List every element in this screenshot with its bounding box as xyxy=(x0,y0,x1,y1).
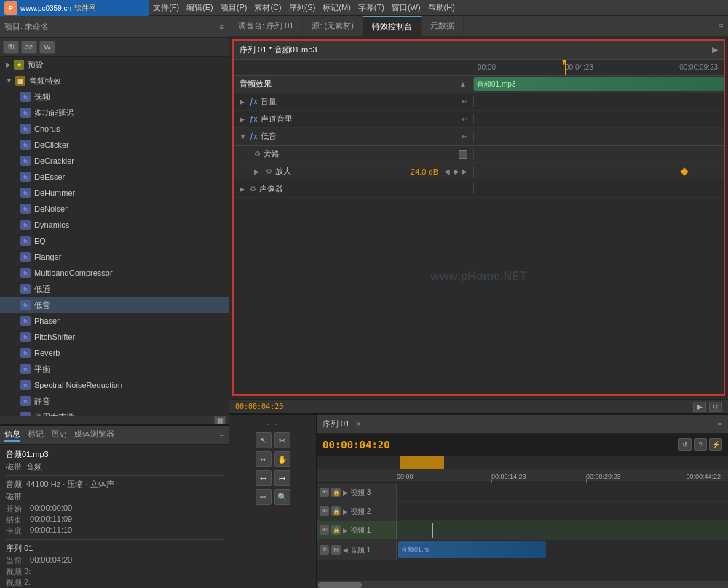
time-marker: 00:04:23 xyxy=(565,63,593,71)
fx-row-channel-label: 声道音里 xyxy=(261,114,293,124)
effect-dehummer[interactable]: fx DeHummer xyxy=(0,185,229,201)
tab-effects-control[interactable]: 特效控制台 xyxy=(363,16,422,36)
track-eye-a1[interactable]: 👁 xyxy=(320,545,329,555)
menu-material[interactable]: 素材(C) xyxy=(254,2,281,13)
tool-hand[interactable]: ✋ xyxy=(274,451,290,467)
left-panel-header: 项目: 未命名 ≡ xyxy=(0,16,229,38)
menu-mark[interactable]: 标记(M) xyxy=(323,2,351,13)
timeline-ctrl-3[interactable]: ⚡ xyxy=(709,438,722,451)
audio-effects-category[interactable]: ▼ ▦ 音频特效 xyxy=(0,73,229,89)
effect-reverb[interactable]: fx Reverb xyxy=(0,345,229,361)
tab-metadata[interactable]: 元数据 xyxy=(422,16,464,36)
effect-dynamics[interactable]: fx Dynamics xyxy=(0,217,229,233)
preset-item[interactable]: ▶ ★ 预设 xyxy=(0,57,229,73)
effect-label: EQ xyxy=(34,237,46,245)
effects-tree-scrollbar[interactable]: ▶ ★ 预设 ▼ ▦ 音频特效 fx 选频 fx 多功能 xyxy=(0,57,229,416)
toolbar-btn-1[interactable]: 图 xyxy=(3,41,19,54)
track-mute-a1[interactable]: M xyxy=(331,545,341,555)
tab-mark[interactable]: 标记 xyxy=(28,429,44,442)
menu-project[interactable]: 项目(P) xyxy=(221,2,248,13)
folder-btn[interactable]: ▦ xyxy=(214,416,226,425)
effect-pitchshifter[interactable]: fx PitchShifter xyxy=(0,329,229,345)
track-lock-v2[interactable]: 🔒 xyxy=(331,506,341,516)
effect-eq[interactable]: fx EQ xyxy=(0,233,229,249)
effect-flanger[interactable]: fx Flanger xyxy=(0,249,229,265)
timeline-close-icon[interactable]: ✕ xyxy=(355,420,361,428)
nav-left[interactable]: ◀ xyxy=(444,167,450,175)
timeline-scrollbar[interactable] xyxy=(317,581,728,588)
panel-close-icon[interactable]: ≡ xyxy=(713,16,728,36)
effect-denoiser[interactable]: fx DeNoiser xyxy=(0,201,229,217)
menu-subtitle[interactable]: 字幕(T) xyxy=(358,2,384,13)
playback-loop[interactable]: ↺ xyxy=(709,402,722,412)
track-eye-v3[interactable]: 👁 xyxy=(320,488,329,497)
info-panel-menu[interactable]: ≡ xyxy=(220,431,224,440)
right-panel: 调音台: 序列 01 源: (无素材) 特效控制台 元数据 ≡ 序列 01 * … xyxy=(229,16,728,588)
effect-spectral[interactable]: fx Spectral NoiseReduction xyxy=(0,377,229,393)
timeline-panel-menu[interactable]: ≡ xyxy=(718,420,722,429)
toolbar-btn-3[interactable]: W xyxy=(39,41,55,54)
menu-help[interactable]: 帮助(H) xyxy=(428,2,455,13)
tool-move[interactable]: ↔ xyxy=(256,451,272,467)
tab-mixer[interactable]: 调音台: 序列 01 xyxy=(229,16,303,36)
timeline-ctrl-1[interactable]: ↺ xyxy=(678,438,692,451)
menu-sequence[interactable]: 序列(S) xyxy=(289,2,316,13)
track-eye-v1[interactable]: 👁 xyxy=(320,525,329,535)
audio-clip[interactable]: 音频01.m xyxy=(398,541,546,558)
effect-declicker[interactable]: fx DeClicker xyxy=(0,137,229,153)
track-lock-v1[interactable]: 🔒 xyxy=(331,525,341,535)
playback-play[interactable]: ▶ xyxy=(693,402,706,412)
effect-chorus[interactable]: fx Chorus xyxy=(0,121,229,137)
effect-label: Flanger xyxy=(34,253,61,261)
effect-deesser[interactable]: fx DeEsser xyxy=(0,169,229,185)
nav-keyframe[interactable]: ◆ xyxy=(453,167,459,175)
fx-row-amplify-label: 放大 xyxy=(275,166,291,177)
tool-search[interactable]: 🔍 xyxy=(274,489,290,505)
menu-file[interactable]: 文件(F) xyxy=(153,2,179,13)
fx-row-amplify: ▶ ⚙ 放大 24.0 dB ◀ ◆ ▶ xyxy=(234,163,724,180)
timeline-tab[interactable]: 序列 01 xyxy=(323,418,349,429)
tool-zoom-out[interactable]: ↦ xyxy=(274,470,290,486)
tab-info[interactable]: 信息 xyxy=(4,429,20,442)
track-v1-content xyxy=(397,521,728,539)
effect-label: Reverb xyxy=(34,349,60,357)
track-video2: 👁 🔒 ▶ 视频 2 xyxy=(317,502,728,521)
effect-phaser[interactable]: fx Phaser xyxy=(0,313,229,329)
time-display-bar: 00:00:04:20 ▶ ↺ xyxy=(229,399,728,413)
effect-delay[interactable]: fx 多功能延迟 xyxy=(0,105,229,121)
tab-source[interactable]: 源: (无素材) xyxy=(303,16,363,36)
effect-right-ch[interactable]: fx 使用右声道 xyxy=(0,409,229,416)
effect-label: 低通 xyxy=(34,284,50,295)
toolbar-btn-2[interactable]: 32 xyxy=(21,41,37,54)
preset-label: 预设 xyxy=(28,60,44,71)
menu-edit[interactable]: 编辑(E) xyxy=(186,2,213,13)
seq-play-icon[interactable]: ▶ xyxy=(712,45,718,55)
clip-name: 音频01.mp3 xyxy=(477,79,515,90)
audio-effects-header-label: 音频效果 xyxy=(240,79,272,90)
timeline-ctrl-2[interactable]: ? xyxy=(694,438,707,451)
effect-balance[interactable]: fx 平衡 xyxy=(0,361,229,377)
tool-zoom-in[interactable]: ↤ xyxy=(256,470,272,486)
keyframe-end[interactable] xyxy=(680,167,688,175)
playhead-marker xyxy=(565,60,566,75)
effect-bass[interactable]: fx 低音 xyxy=(0,297,229,313)
menu-window[interactable]: 窗口(W) xyxy=(392,2,421,13)
fx-row-volume-label: 音量 xyxy=(261,96,277,107)
track-eye-v2[interactable]: 👁 xyxy=(320,506,329,516)
effect-xuanpin[interactable]: fx 选频 xyxy=(0,89,229,105)
bypass-checkbox[interactable] xyxy=(459,150,467,159)
effect-lowpass[interactable]: fx 低通 xyxy=(0,281,229,297)
panel-menu-icon[interactable]: ≡ xyxy=(220,23,224,31)
track-lock-v3[interactable]: 🔒 xyxy=(331,488,341,497)
effect-label: DeHummer xyxy=(34,188,75,197)
effect-silence[interactable]: fx 静音 xyxy=(0,393,229,409)
nav-right[interactable]: ▶ xyxy=(462,167,467,175)
tool-razor[interactable]: ✂ xyxy=(274,432,290,448)
tab-media-browser[interactable]: 媒体浏览器 xyxy=(74,429,114,442)
tab-history[interactable]: 历史 xyxy=(51,429,67,442)
logo-text: www.pc0359.cn xyxy=(20,4,71,12)
tool-select[interactable]: ↖ xyxy=(256,432,272,448)
tool-pen[interactable]: ✏ xyxy=(256,489,272,505)
effect-decrackler[interactable]: fx DeCrackler xyxy=(0,153,229,169)
effect-multiband[interactable]: fx MultibandCompressor xyxy=(0,265,229,281)
